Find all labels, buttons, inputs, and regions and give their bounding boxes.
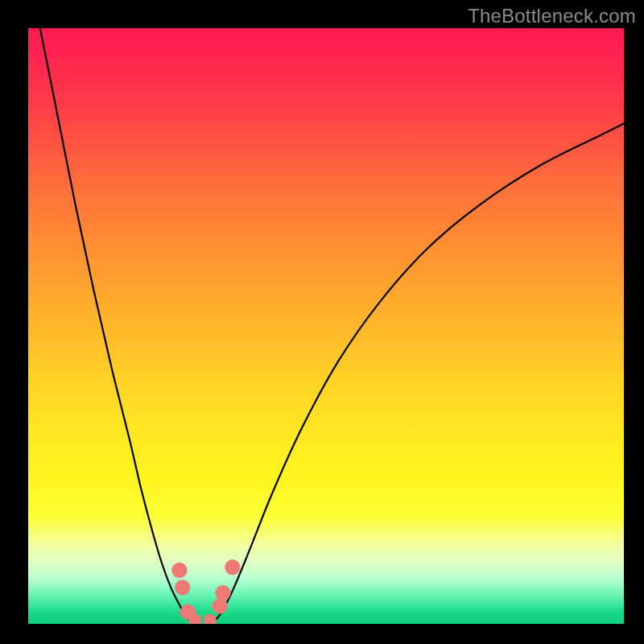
valley-marker [215,585,230,601]
valley-marker [213,598,228,613]
plot-area [28,28,624,624]
valley-markers [171,559,240,624]
outer-frame: TheBottleneck.com [0,0,644,644]
curve-layer [28,28,624,624]
valley-marker [204,613,217,624]
right-branch-curve [213,123,624,622]
left-branch-curve [40,28,192,623]
valley-marker [225,559,240,575]
valley-marker [171,563,187,578]
valley-marker [175,580,190,595]
watermark-text: TheBottleneck.com [468,5,636,27]
